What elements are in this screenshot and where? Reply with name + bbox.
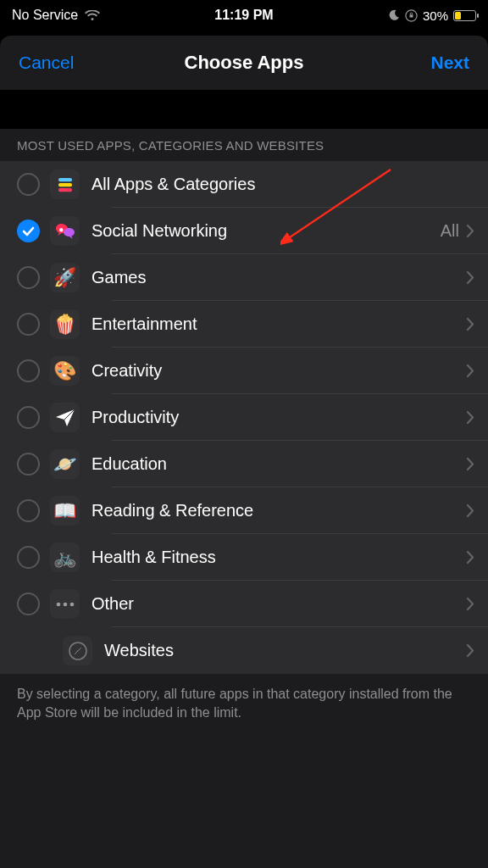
next-button[interactable]: Next	[430, 53, 469, 73]
category-label: Productivity	[92, 408, 466, 427]
svg-point-5	[56, 602, 60, 606]
category-label: Games	[92, 268, 466, 287]
category-label: Other	[92, 594, 466, 614]
book-icon: 📖	[50, 496, 80, 526]
chevron-right-icon	[466, 364, 474, 378]
spacing	[0, 90, 488, 129]
category-row[interactable]: 🍿Entertainment	[0, 301, 488, 348]
lock-rotation-icon	[405, 9, 418, 22]
category-row[interactable]: 📖Reading & Reference	[0, 487, 488, 534]
checkbox[interactable]	[17, 546, 40, 569]
status-right: 30%	[388, 8, 476, 23]
category-row[interactable]: All Apps & Categories	[0, 161, 488, 208]
popcorn-icon: 🍿	[50, 309, 80, 339]
battery-icon	[453, 10, 476, 21]
section-header: MOST USED APPS, CATEGORIES AND WEBSITES	[0, 129, 488, 161]
checkbox[interactable]	[17, 406, 40, 429]
chevron-right-icon	[466, 550, 474, 565]
nav-bar: Cancel Choose Apps Next	[0, 36, 488, 90]
status-bar: No Service 11:19 PM 30%	[0, 0, 488, 31]
checkbox[interactable]	[17, 266, 40, 289]
category-row[interactable]: 🪐Education	[0, 441, 488, 487]
category-label: Websites	[104, 641, 466, 660]
category-row[interactable]: 🚀Games	[0, 254, 488, 301]
svg-rect-1	[409, 14, 413, 17]
chevron-right-icon	[466, 504, 474, 518]
planet-icon: 🪐	[50, 449, 80, 479]
category-label: Entertainment	[92, 314, 466, 334]
chevron-right-icon	[466, 317, 474, 331]
category-label: Reading & Reference	[92, 501, 466, 520]
battery-percent: 30%	[423, 8, 448, 23]
checkbox[interactable]	[17, 453, 40, 476]
choose-apps-modal: Cancel Choose Apps Next MOST USED APPS, …	[0, 36, 488, 868]
checkbox[interactable]	[17, 173, 40, 196]
wifi-icon	[85, 10, 100, 21]
category-row[interactable]: Social NetworkingAll	[0, 208, 488, 254]
social-icon	[50, 216, 80, 246]
category-label: Health & Fitness	[92, 548, 466, 567]
checkbox[interactable]	[17, 220, 40, 242]
checkbox[interactable]	[17, 313, 40, 336]
palette-icon: 🎨	[50, 356, 80, 386]
category-row[interactable]: 🚲Health & Fitness	[0, 534, 488, 581]
chevron-right-icon	[466, 643, 474, 658]
svg-rect-4	[58, 188, 72, 192]
category-label: Creativity	[92, 361, 466, 381]
carrier-label: No Service	[12, 8, 78, 23]
chevron-right-icon	[466, 597, 474, 611]
ellipsis-icon	[50, 589, 80, 619]
checkbox[interactable]	[17, 359, 40, 382]
svg-rect-2	[58, 178, 72, 181]
category-list: All Apps & CategoriesSocial NetworkingAl…	[0, 161, 488, 674]
footer-note: By selecting a category, all future apps…	[0, 674, 488, 734]
trail-text: All	[441, 221, 459, 241]
category-label: Social Networking	[92, 221, 441, 241]
category-label: Education	[92, 454, 466, 474]
status-left: No Service	[12, 8, 100, 23]
stacks-icon	[50, 170, 80, 199]
rocket-icon: 🚀	[50, 263, 80, 292]
moon-icon	[388, 9, 400, 21]
category-row[interactable]: 🎨Creativity	[0, 348, 488, 394]
chevron-right-icon	[466, 410, 474, 425]
svg-point-6	[63, 602, 67, 606]
plane-icon	[50, 403, 80, 432]
cancel-button[interactable]: Cancel	[19, 53, 74, 73]
svg-rect-3	[58, 183, 72, 186]
svg-point-7	[69, 602, 74, 606]
bike-icon: 🚲	[50, 542, 80, 572]
category-row[interactable]: Other	[0, 581, 488, 627]
checkbox[interactable]	[17, 499, 40, 522]
category-row[interactable]: Productivity	[0, 394, 488, 441]
chevron-right-icon	[466, 457, 474, 471]
category-row[interactable]: Websites	[0, 627, 488, 674]
checkbox[interactable]	[17, 593, 40, 615]
category-label: All Apps & Categories	[92, 175, 474, 194]
chevron-right-icon	[466, 270, 474, 285]
compass-icon	[63, 636, 92, 665]
chevron-right-icon	[466, 224, 474, 238]
